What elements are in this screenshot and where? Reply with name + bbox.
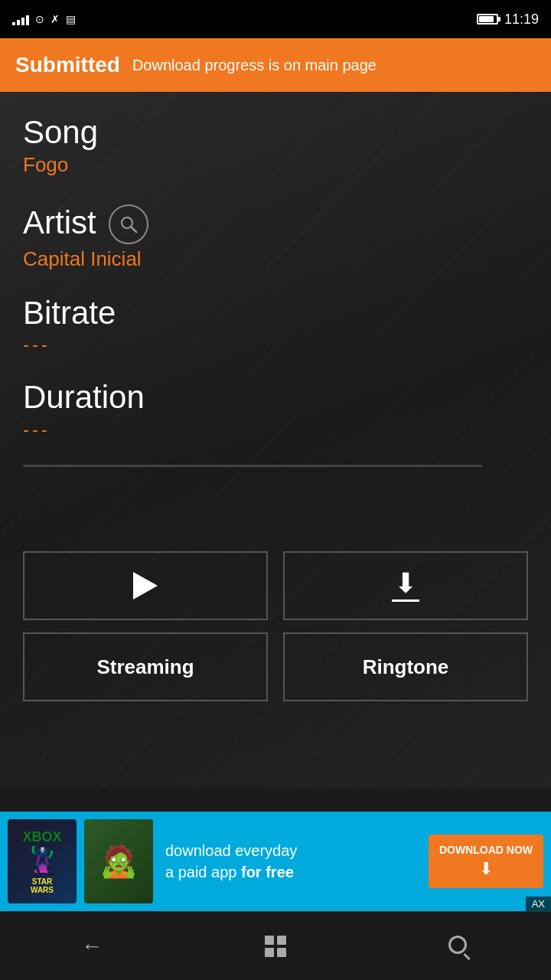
home-button[interactable] [253,923,298,969]
battery-icon [477,14,498,24]
xbox-logo-1: XBOX [22,829,61,845]
message-icon: ▤ [66,13,76,25]
ad-thumb-star-wars: XBOX 🦹 STARWARS [8,819,77,903]
streaming-label: Streaming [96,655,194,679]
home-grid-cell-2 [277,936,286,945]
darth-helmet-icon: 🦹 [25,845,60,877]
bitrate-value: --- [23,334,528,355]
search-icon [447,934,471,959]
download-button[interactable]: ⬇ [283,551,528,620]
svg-line-1 [131,227,136,232]
status-bar: ⊙ ✗ ▤ 11:19 [0,0,551,38]
ad-download-text: DOWNLOAD NOW [439,844,533,857]
ad-badge: AX [526,897,551,911]
home-grid-icon [265,936,286,957]
status-left: ⊙ ✗ ▤ [12,13,76,25]
status-right: 11:19 [477,11,539,28]
ringtone-label: Ringtone [363,655,449,679]
home-grid-cell-4 [277,948,286,957]
wifi-icon: ✗ [51,13,60,25]
divider-track [23,465,482,467]
ad-download-icon: ⬇ [479,859,493,879]
ad-banner[interactable]: XBOX 🦹 STARWARS 🧟 download everyday a pa… [0,812,551,911]
ad-text: download everyday a paid app for free [165,840,416,883]
bitrate-label: Bitrate [23,296,528,331]
home-grid-cell-1 [265,936,274,945]
song-field: Song Fogo [23,115,528,177]
ad-line1: download everyday [165,842,297,859]
streaming-button[interactable]: Streaming [23,632,268,701]
duration-field: Duration --- [23,380,528,439]
artist-value: Capital Inicial [23,247,528,271]
buttons-area: ⬇ Streaming Ringtone [0,551,551,714]
ringtone-button[interactable]: Ringtone [283,632,528,701]
search-circle [448,936,467,954]
label-button-row: Streaming Ringtone [23,632,528,701]
ad-thumb-zombies: 🧟 [84,819,153,903]
submitted-description: Download progress is on main page [132,57,377,74]
home-grid-cell-3 [265,948,274,957]
artist-search-icon[interactable] [109,204,148,244]
ad-line2: a paid app [165,864,241,880]
play-icon [133,572,158,599]
artist-field: Artist Capital Inicial [23,201,528,271]
download-icon: ⬇ [392,570,419,602]
song-label: Song [23,115,528,150]
duration-label: Duration [23,380,528,415]
back-button[interactable]: ← [69,923,115,969]
play-button[interactable] [23,551,268,620]
download-underline [392,599,419,602]
submitted-banner: Submitted Download progress is on main p… [0,38,551,92]
bitrate-field: Bitrate --- [23,296,528,355]
network-icon: ⊙ [35,13,44,25]
zombie-icon: 🧟 [99,844,138,880]
signal-bars [12,13,29,25]
submitted-label: Submitted [15,53,120,77]
search-button[interactable] [436,923,482,969]
song-value: Fogo [23,153,528,177]
ad-bold: for free [241,864,294,880]
ad-text-area: download everyday a paid app for free [161,840,421,883]
star-wars-text: STARWARS [31,877,54,894]
bottom-nav: ← [0,911,551,980]
status-time: 11:19 [504,11,539,28]
back-icon: ← [81,934,103,959]
artist-row: Artist [23,201,528,244]
download-arrow-icon: ⬇ [394,570,417,597]
duration-value: --- [23,419,528,440]
progress-divider [23,465,482,467]
ad-download-button[interactable]: DOWNLOAD NOW ⬇ [429,835,543,889]
icon-button-row: ⬇ [23,551,528,620]
artist-label: Artist [23,205,96,240]
